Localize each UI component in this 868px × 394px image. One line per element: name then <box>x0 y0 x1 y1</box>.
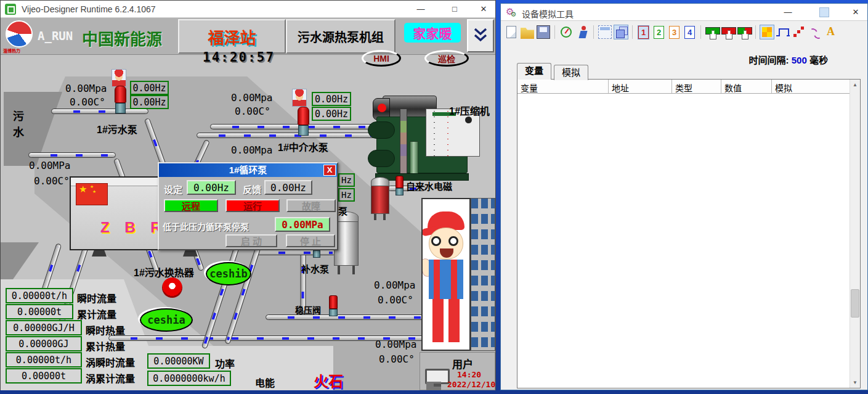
text-tool-icon[interactable] <box>824 25 838 39</box>
tank-leg <box>383 214 386 220</box>
toolbar-separator <box>700 25 701 39</box>
close-button[interactable]: ✕ <box>477 3 490 15</box>
sim-toolbar: 1234 <box>503 23 866 41</box>
grid-view-icon[interactable] <box>760 25 774 39</box>
metric-heat-total: 0.00000GJ <box>6 336 82 351</box>
test-button-b[interactable]: ceshib <box>206 262 251 285</box>
hmi-titlebar: Vijeo-Designer Runtime 6.2.4.1067 — □ ✕ <box>1 1 495 18</box>
new-document-icon[interactable] <box>506 26 516 38</box>
hmi-button[interactable]: HMI <box>362 50 401 67</box>
run-status-text: A_RUN <box>38 29 73 43</box>
test-button-a[interactable]: ceshia <box>140 308 193 332</box>
dialog-title[interactable]: 1#循环泵 <box>159 163 337 177</box>
run-button[interactable]: 运行 <box>225 199 280 212</box>
metric-power: 0.00000KW <box>147 353 210 369</box>
press-red-icon[interactable] <box>721 25 735 39</box>
scrollbar[interactable]: ▲ ▼ <box>850 80 860 388</box>
gauge-icon[interactable] <box>561 27 572 38</box>
sim-window-title: 设备模拟工具 <box>522 7 574 20</box>
page-4-icon[interactable]: 4 <box>684 26 695 39</box>
metric-flow-instant: 0.00000t/h <box>6 288 73 303</box>
table-header: 变量 地址 类型 数值 模拟 <box>517 80 860 94</box>
pipe <box>28 152 116 158</box>
exchanger-label: 1#污水换热器 <box>134 265 194 279</box>
tap-water-valve[interactable] <box>395 176 404 188</box>
tab-station[interactable]: 福泽站 <box>178 19 286 54</box>
compressor-port <box>368 150 395 167</box>
pump1-hz-set: 0.00Hz <box>130 81 169 95</box>
metric-label: 涡瞬时流量 <box>86 355 135 369</box>
press-toggle-icon[interactable] <box>737 25 751 39</box>
interval-value[interactable]: 500 <box>792 55 807 65</box>
maximize-button[interactable] <box>819 7 829 17</box>
start-button[interactable]: 启 动 <box>225 234 277 247</box>
dialog-close-icon[interactable]: X <box>323 165 336 176</box>
sim-settings-icon[interactable] <box>575 25 589 39</box>
set-label: 设定 <box>164 183 182 195</box>
flag-star: ★ <box>92 189 96 194</box>
pump1-label: 1#污水泵 <box>97 121 137 136</box>
col-value[interactable]: 数值 <box>721 80 772 93</box>
ramp-signal-icon[interactable] <box>792 25 806 39</box>
minimize-button[interactable]: — <box>414 3 428 15</box>
step-signal-icon[interactable] <box>776 25 790 39</box>
open-icon[interactable] <box>521 25 534 39</box>
tab-variables[interactable]: 变量 <box>517 63 551 80</box>
col-address[interactable]: 地址 <box>609 80 672 93</box>
mascot-glasses <box>431 236 441 246</box>
panel-time: 14:20 <box>457 370 481 379</box>
mascot-glasses <box>448 236 458 246</box>
remote-button[interactable]: 远程 <box>164 199 218 212</box>
set-value-field[interactable]: 0.00Hz <box>187 180 236 195</box>
metric-label: 瞬时流量 <box>77 290 116 305</box>
monitor-icon[interactable] <box>425 369 450 384</box>
logo-caption: 淄博热力 <box>3 47 20 54</box>
interval-unit: 毫秒 <box>809 55 828 65</box>
interval-setting: 时间间隔: 500 毫秒 <box>749 53 828 66</box>
press-green-icon[interactable] <box>705 25 719 39</box>
save-icon[interactable] <box>537 25 550 39</box>
tab-simulation[interactable]: 模拟 <box>554 65 588 80</box>
pump2-temp: 0.00C° <box>235 105 270 117</box>
metric-flow-total: 0.00000t <box>6 304 73 319</box>
stabilizer-valve[interactable] <box>329 295 338 309</box>
hmi-clock: 14:20:57 <box>203 50 275 65</box>
metric-label: 涡累计流量 <box>86 371 135 385</box>
gears-icon: ⚙⚙ <box>506 6 516 18</box>
tank-leg <box>374 214 376 220</box>
col-type[interactable]: 类型 <box>672 80 721 93</box>
right-mid-pressure: 0.00Mpa <box>374 279 415 291</box>
close-button[interactable]: ✕ <box>849 6 862 18</box>
sine-signal-icon[interactable] <box>808 25 822 39</box>
cascade-icon[interactable] <box>614 25 628 39</box>
inspect-button[interactable]: 巡检 <box>424 50 469 67</box>
minimize-button[interactable]: — <box>781 6 795 18</box>
stop-pressure-field[interactable]: 0.00MPa <box>275 217 330 232</box>
tab-unit[interactable]: 污水源热泵机组 <box>286 19 395 54</box>
maximize-button[interactable]: □ <box>448 3 461 15</box>
pump2-low-pressure: 0.00Mpa <box>231 144 272 156</box>
stop-button[interactable]: 停 止 <box>286 234 335 247</box>
fault-button[interactable]: 故障 <box>286 199 336 212</box>
toolbar-separator <box>554 25 555 39</box>
page-3-icon[interactable]: 3 <box>669 26 679 39</box>
sewage-pump[interactable] <box>115 86 126 103</box>
scroll-up-icon[interactable]: ▲ <box>850 80 860 90</box>
heating-badge[interactable]: 家家暖 <box>404 23 461 43</box>
scroll-down-icon[interactable]: ▼ <box>850 377 860 388</box>
panel-icon[interactable] <box>598 25 612 39</box>
page-1-icon[interactable]: 1 <box>638 26 649 39</box>
pressure-note: 低于此压力循环泵停泵 <box>163 220 249 232</box>
metric-energy: 0.0000000kw/h <box>147 371 231 386</box>
col-variable[interactable]: 变量 <box>517 80 609 93</box>
compressor-status-light <box>378 104 386 112</box>
intermediate-pump[interactable] <box>298 107 309 125</box>
mascot-straps <box>434 260 440 299</box>
col-simulate[interactable]: 模拟 <box>772 80 819 93</box>
chevron-down-icon[interactable] <box>467 19 494 52</box>
right-mid-temp: 0.00C° <box>378 294 413 306</box>
scrollbar-thumb[interactable] <box>851 289 859 318</box>
tank-leg <box>352 266 355 274</box>
flag-star: ★ <box>90 184 94 189</box>
page-2-icon[interactable]: 2 <box>654 26 664 39</box>
